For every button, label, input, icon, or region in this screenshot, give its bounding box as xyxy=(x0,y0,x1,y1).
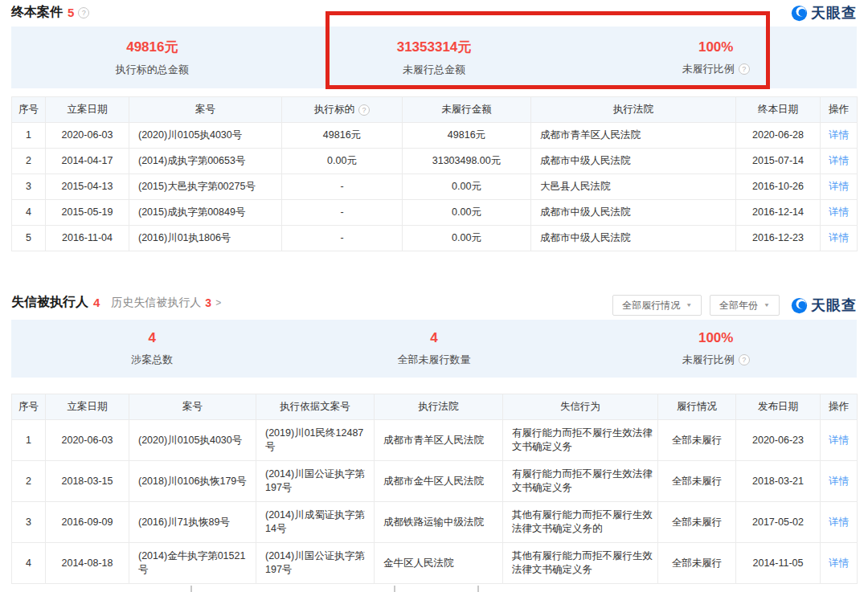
cell-seq: 3 xyxy=(12,502,46,543)
help-icon[interactable]: ? xyxy=(78,7,89,18)
table-row: 1 2020-06-03 (2020)川0105执4030号 49816元 49… xyxy=(12,123,858,149)
col-action: 操作 xyxy=(821,97,858,123)
stat-label: 未履行比例 xyxy=(682,353,735,367)
col-action: 操作 xyxy=(821,394,858,420)
cell-fulfillment-status: 全部未履行 xyxy=(658,543,736,584)
brand-logo-text: 天眼查 xyxy=(811,3,857,22)
cell-seq: 3 xyxy=(12,174,46,200)
cell-court: 成都市青羊区人民法院 xyxy=(375,420,503,461)
cell-court: 金牛区人民法院 xyxy=(375,543,503,584)
col-filing-date: 立案日期 xyxy=(46,97,129,123)
stat-value: 100% xyxy=(698,330,733,346)
detail-link[interactable]: 详情 xyxy=(829,476,849,487)
cell-court: 成都铁路运输中级法院 xyxy=(375,502,503,543)
stat-all-unfulfilled-count: 4 全部未履行数量 xyxy=(293,320,575,378)
detail-link[interactable]: 详情 xyxy=(829,181,849,192)
col-basis-doc-number: 执行依据文案号 xyxy=(256,394,375,420)
cell-seq: 2 xyxy=(12,461,46,502)
cell-dishonest-conduct: 有履行能力而拒不履行生效法律文书确定义务 xyxy=(503,420,658,461)
table-header-row: 序号 立案日期 案号 执行标的 ? 未履行金额 执行法院 终本日期 操作 xyxy=(12,97,858,123)
table-row: 2 2018-03-15 (2018)川0106执恢179号 (2014)川国公… xyxy=(12,461,858,502)
brand-logo-icon xyxy=(791,5,808,22)
help-icon[interactable]: ? xyxy=(739,354,750,365)
cell-filing-date: 2020-06-03 xyxy=(46,123,129,149)
detail-link[interactable]: 详情 xyxy=(829,129,849,141)
col-fulfillment-status: 履行情况 xyxy=(658,394,736,420)
cell-basis-doc-number: (2014)川国公证执字第197号 xyxy=(256,461,375,502)
col-publish-date: 发布日期 xyxy=(736,394,821,420)
cell-dishonest-conduct: 其他有履行能力而拒不履行生效法律文书确定义务 xyxy=(503,543,658,584)
stat-case-total: 4 涉案总数 xyxy=(11,320,293,378)
history-dishonest-link[interactable]: 历史失信被执行人 3 > xyxy=(111,296,221,310)
cell-case-number: (2015)大邑执字第00275号 xyxy=(129,174,282,200)
section1-header: 终本案件 5 ? xyxy=(11,4,89,21)
col-exec-target: 执行标的 ? xyxy=(282,97,403,123)
cell-filing-date: 2014-08-18 xyxy=(46,543,129,584)
cell-publish-date: 2018-03-21 xyxy=(736,461,821,502)
col-court: 执行法院 xyxy=(531,97,736,123)
cell-case-number: (2016)川71执恢89号 xyxy=(129,502,256,543)
cell-case-number: (2020)川0105执4030号 xyxy=(129,123,282,149)
year-filter-dropdown[interactable]: 全部年份 ▼ xyxy=(710,295,780,316)
cell-case-number: (2016)川01执1806号 xyxy=(129,226,282,251)
section2-controls: 全部履行情况 ▼ 全部年份 ▼ 天眼查 xyxy=(612,295,857,316)
brand-logo: 天眼查 xyxy=(791,3,857,22)
table-row: 5 2016-11-04 (2016)川01执1806号 - 0.00元 成都市… xyxy=(12,226,858,251)
table-row: 3 2015-04-13 (2015)大邑执字第00275号 - 0.00元 大… xyxy=(12,174,858,200)
cell-case-number: (2020)川0105执4030号 xyxy=(129,420,256,461)
cell-filing-date: 2014-04-17 xyxy=(46,149,129,174)
stat-value: 4 xyxy=(149,330,156,346)
cell-unfulfilled-amount: 0.00元 xyxy=(403,200,531,226)
cell-filing-date: 2015-05-19 xyxy=(46,200,129,226)
cell-filing-date: 2020-06-03 xyxy=(46,420,129,461)
cell-filing-date: 2015-04-13 xyxy=(46,174,129,200)
detail-link[interactable]: 详情 xyxy=(829,155,849,166)
detail-link[interactable]: 详情 xyxy=(829,435,849,446)
divider-tick xyxy=(190,586,192,592)
table-row: 4 2014-08-18 (2014)金牛执字第01521号 (2014)川国公… xyxy=(12,543,858,584)
divider-tick xyxy=(394,586,395,592)
brand-logo-icon xyxy=(791,297,808,314)
cell-unfulfilled-amount: 0.00元 xyxy=(403,226,531,251)
help-icon[interactable]: ? xyxy=(358,104,370,116)
col-court: 执行法院 xyxy=(375,394,503,420)
cell-court: 成都市中级人民法院 xyxy=(531,226,736,251)
cell-filing-date: 2016-11-04 xyxy=(46,226,129,251)
stat-value: 4 xyxy=(430,330,437,346)
cell-seq: 4 xyxy=(12,200,46,226)
cell-exec-target: - xyxy=(282,174,403,200)
final-cases-table: 序号 立案日期 案号 执行标的 ? 未履行金额 执行法院 终本日期 操作 1 2… xyxy=(11,96,858,251)
cell-fulfillment-status: 全部未履行 xyxy=(658,420,736,461)
detail-link[interactable]: 详情 xyxy=(829,232,849,243)
cell-exec-target: - xyxy=(282,200,403,226)
cell-unfulfilled-amount: 31303498.00元 xyxy=(403,149,531,174)
detail-link[interactable]: 详情 xyxy=(829,516,849,528)
col-filing-date: 立案日期 xyxy=(46,394,129,420)
history-count: 3 xyxy=(205,296,211,309)
col-case-number: 案号 xyxy=(129,97,282,123)
cell-court: 大邑县人民法院 xyxy=(531,174,736,200)
chevron-down-icon: ▼ xyxy=(764,302,770,308)
cell-case-number: (2014)成执字第00653号 xyxy=(129,149,282,174)
table-row: 3 2016-09-09 (2016)川71执恢89号 (2014)川成蜀证执字… xyxy=(12,502,858,543)
col-final-date: 终本日期 xyxy=(736,97,821,123)
detail-link[interactable]: 详情 xyxy=(829,557,849,569)
dishonest-debtor-table: 序号 立案日期 案号 执行依据文案号 执行法院 失信行为 履行情况 发布日期 操… xyxy=(11,394,858,584)
stat-label: 全部未履行数量 xyxy=(398,353,471,367)
cell-dishonest-conduct: 其他有履行能力而拒不履行生效法律文书确定义务的 xyxy=(503,502,658,543)
col-unfulfilled-amount: 未履行金额 xyxy=(403,97,531,123)
cell-case-number: (2014)金牛执字第01521号 xyxy=(129,543,256,584)
cell-case-number: (2015)成执字第00849号 xyxy=(129,200,282,226)
stat-label: 执行标的总金额 xyxy=(116,63,189,77)
chevron-down-icon: ▼ xyxy=(686,302,692,308)
cell-exec-target: 0.00元 xyxy=(282,149,403,174)
detail-link[interactable]: 详情 xyxy=(829,206,849,218)
col-dishonest-conduct: 失信行为 xyxy=(503,394,658,420)
cell-filing-date: 2016-09-09 xyxy=(46,502,129,543)
cell-court: 成都市金牛区人民法院 xyxy=(375,461,503,502)
brand-logo-text: 天眼查 xyxy=(811,296,857,315)
cell-basis-doc-number: (2014)川成蜀证执字第14号 xyxy=(256,502,375,543)
cell-final-date: 2015-07-14 xyxy=(736,149,821,174)
fulfillment-filter-dropdown[interactable]: 全部履行情况 ▼ xyxy=(612,295,702,316)
stat-value: 49816元 xyxy=(126,38,178,56)
